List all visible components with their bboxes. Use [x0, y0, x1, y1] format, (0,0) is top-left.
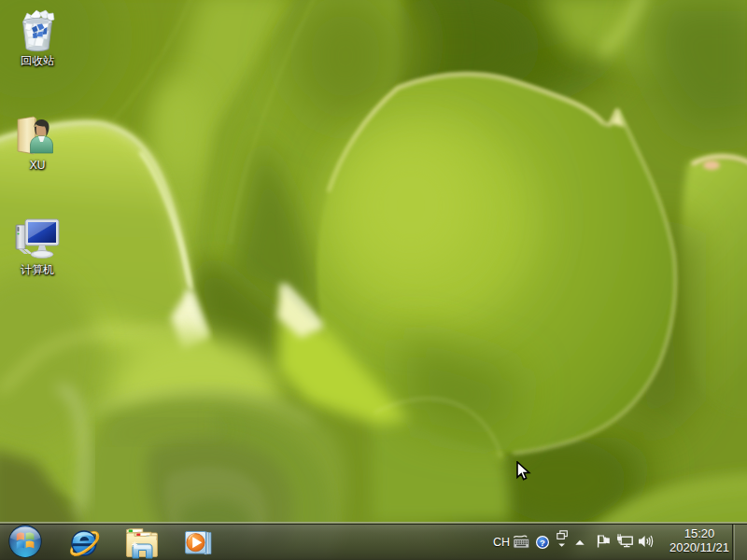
svg-text:?: ?: [540, 538, 545, 548]
